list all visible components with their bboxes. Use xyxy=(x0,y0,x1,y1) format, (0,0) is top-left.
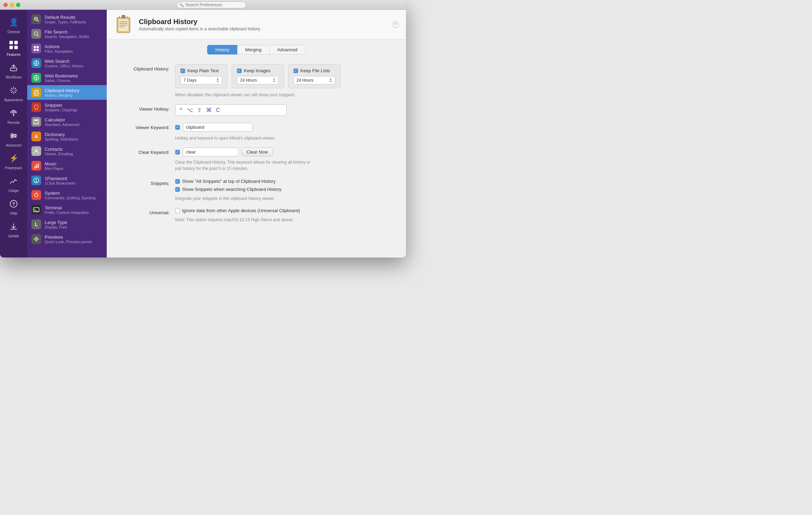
tabs-bar: History Merging Advanced xyxy=(107,39,406,57)
nav-text-web-bookmarks: Web Bookmarks Safari, Chrome xyxy=(45,73,78,83)
nav-text-terminal: Terminal Prefix, Custom Integration xyxy=(45,205,89,215)
universal-label: Universal: xyxy=(121,208,170,215)
clear-keyword-label: Clear Keyword: xyxy=(121,148,170,155)
workflows-icon xyxy=(7,61,20,74)
tab-merging[interactable]: Merging xyxy=(237,45,270,54)
nav-item-web-search[interactable]: Web Search Custom, URLs, History xyxy=(27,56,107,70)
nav-icon-web-bookmarks xyxy=(31,73,41,83)
clipboard-history-controls: Keep Plain Text 7 Days ▲▼ Keep Image xyxy=(175,64,392,97)
sidebar-item-workflows[interactable]: Workflows xyxy=(0,59,27,81)
nav-item-actions[interactable]: Actions Files, Navigation xyxy=(27,41,107,56)
show-all-snippets-label: Show "All Snippets" at top of Clipboard … xyxy=(182,179,276,184)
search-icon: 🔍 xyxy=(179,2,184,7)
minimize-button[interactable] xyxy=(10,3,14,7)
plain-text-duration-dropdown[interactable]: 7 Days ▲▼ xyxy=(180,76,222,84)
nav-text-calculator: Calculator Standard, Advanced xyxy=(45,117,79,127)
general-icon: 👤 xyxy=(7,16,20,29)
clipboard-history-hint: When disabled, the clipboard viewer can … xyxy=(175,92,392,97)
nav-item-dictionary[interactable]: A Dictionary Spelling, Definitions xyxy=(27,129,107,144)
universal-note: Note: This option requires macOS 10.13 H… xyxy=(175,217,392,222)
svg-rect-31 xyxy=(34,49,36,51)
nav-item-calculator[interactable]: Calculator Standard, Advanced xyxy=(27,114,107,129)
viewer-keyword-input[interactable] xyxy=(183,123,253,132)
snippets-hint: Integrate your snippets in the clipboard… xyxy=(175,196,392,201)
close-button[interactable] xyxy=(3,3,8,7)
keep-file-lists-box: Keep File Lists 24 Hours ▲▼ xyxy=(288,64,340,88)
nav-text-default-results: Default Results Scope, Types, Fallbacks xyxy=(45,15,86,24)
nav-icon-large-type: L xyxy=(31,219,41,229)
nav-icon-web-search xyxy=(31,58,41,68)
nav-item-clipboard[interactable]: Clipboard History History, Merging xyxy=(27,85,107,100)
sidebar-item-help[interactable]: ? Help xyxy=(0,195,27,217)
maximize-button[interactable] xyxy=(16,3,20,7)
svg-point-48 xyxy=(37,123,38,124)
svg-point-46 xyxy=(35,123,35,124)
keep-images-checkbox[interactable] xyxy=(237,68,242,73)
sidebar-icons: 👤 General Features Workflows xyxy=(0,10,27,258)
sidebar-item-advanced[interactable]: Advanced xyxy=(0,127,27,149)
nav-text-web-search: Web Search Custom, URLs, History xyxy=(45,59,84,68)
nav-icon-actions xyxy=(31,44,41,53)
svg-point-19 xyxy=(14,135,16,137)
tab-history[interactable]: History xyxy=(207,45,237,54)
keep-plain-text-label: Keep Plain Text xyxy=(187,68,219,73)
svg-point-20 xyxy=(12,136,13,138)
tab-advanced[interactable]: Advanced xyxy=(270,45,306,54)
universal-checkbox[interactable] xyxy=(175,208,180,213)
sidebar-item-features[interactable]: Features xyxy=(0,36,27,59)
nav-icon-music xyxy=(31,161,41,171)
sidebar-item-usage[interactable]: Usage xyxy=(0,172,27,195)
svg-rect-0 xyxy=(9,41,13,44)
nav-item-large-type[interactable]: L Large Type Display, Font xyxy=(27,217,107,232)
sidebar-item-general[interactable]: 👤 General xyxy=(0,13,27,36)
nav-text-file-search: File Search Search, Navigation, Buffer xyxy=(45,29,89,39)
nav-item-contacts[interactable]: Contacts Viewer, Emailing xyxy=(27,144,107,158)
nav-text-snippets: Snippets Snippets, Clippings xyxy=(45,103,77,112)
sidebar-item-powerpack[interactable]: ⚡ Powerpack xyxy=(0,149,27,172)
advanced-icon xyxy=(7,129,20,142)
hotkey-field[interactable]: ^ ⌥ ⇧ ⌘ C xyxy=(175,104,287,116)
nav-item-default-results[interactable]: Default Results Scope, Types, Fallbacks xyxy=(27,12,107,27)
svg-rect-4 xyxy=(10,68,17,71)
nav-item-file-search[interactable]: File Search Search, Navigation, Buffer xyxy=(27,27,107,41)
sidebar-item-remote[interactable]: Remote xyxy=(0,104,27,127)
show-snippets-search-label: Show Snippets when searching Clipboard H… xyxy=(182,187,281,192)
keep-boxes: Keep Plain Text 7 Days ▲▼ Keep Image xyxy=(175,64,392,88)
nav-item-previews[interactable]: Previews Quick Look, Preview panels xyxy=(27,232,107,246)
update-icon xyxy=(7,220,20,233)
nav-item-music[interactable]: Music Mini Player xyxy=(27,158,107,173)
search-input[interactable] xyxy=(176,1,246,8)
images-duration-dropdown[interactable]: 24 Hours ▲▼ xyxy=(237,76,279,84)
sidebar-item-appearance[interactable]: Appearance xyxy=(0,81,27,104)
sidebar-item-update[interactable]: Update xyxy=(0,217,27,240)
nav-item-web-bookmarks[interactable]: Web Bookmarks Safari, Chrome xyxy=(27,70,107,85)
nav-icon-calculator xyxy=(31,117,41,127)
keep-file-lists-checkbox[interactable] xyxy=(293,68,298,73)
nav-item-onepassword[interactable]: 1 1Password 1Click Bookmarks xyxy=(27,173,107,188)
nav-text-previews: Previews Quick Look, Preview panels xyxy=(45,234,92,244)
svg-point-43 xyxy=(35,122,35,123)
nav-icon-clipboard xyxy=(31,88,41,97)
dropdown-arrow-images: ▲▼ xyxy=(273,77,276,83)
universal-controls: Ignore data from other Apple devices (Un… xyxy=(175,208,392,222)
viewer-keyword-checkbox[interactable] xyxy=(175,125,180,130)
nav-icon-terminal xyxy=(31,205,41,215)
keep-plain-text-checkbox[interactable] xyxy=(180,68,185,73)
keep-file-lists-label-wrap: Keep File Lists xyxy=(293,68,335,73)
nav-icon-file-search xyxy=(31,29,41,39)
dropdown-arrow: ▲▼ xyxy=(216,77,219,83)
nav-item-snippets[interactable]: Snippets Snippets, Clippings xyxy=(27,100,107,114)
help-button[interactable]: ? xyxy=(392,21,399,28)
show-all-snippets-checkbox[interactable] xyxy=(175,179,180,184)
show-snippets-search-checkbox[interactable] xyxy=(175,187,180,192)
svg-rect-1 xyxy=(14,41,18,44)
clear-now-button[interactable]: Clear Now xyxy=(241,148,273,156)
clear-keyword-input[interactable] xyxy=(183,148,239,156)
file-lists-duration-dropdown[interactable]: 24 Hours ▲▼ xyxy=(293,76,335,84)
nav-item-system[interactable]: System Commands, Quitting, Ejecting xyxy=(27,188,107,202)
svg-text:1: 1 xyxy=(35,179,37,183)
nav-item-terminal[interactable]: Terminal Prefix, Custom Integration xyxy=(27,202,107,217)
clear-keyword-checkbox[interactable] xyxy=(175,150,180,155)
svg-line-9 xyxy=(11,88,13,89)
viewer-keyword-input-wrap xyxy=(175,123,392,132)
